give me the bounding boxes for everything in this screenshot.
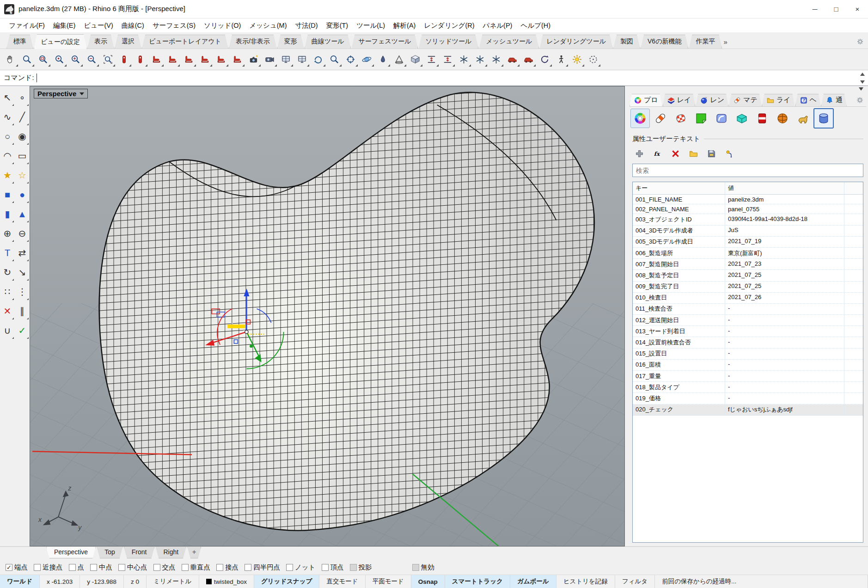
checkbox-icon[interactable] [118,564,125,571]
undo-view-icon[interactable] [537,51,553,67]
status-segment[interactable]: x -61.203 [40,575,80,588]
tab-help[interactable]: ヘ [795,94,821,106]
status-segment[interactable]: ヒストリを記録 [556,575,615,588]
toolbar-group-tab[interactable]: 選択 [115,35,141,49]
isocurve-box-icon[interactable] [732,109,752,128]
cylinder-tool[interactable]: ▮ [0,204,15,224]
toolbar-group-tab[interactable]: V6の新機能 [641,35,688,49]
zoom-in-icon[interactable] [67,51,84,67]
save-attributes-button[interactable] [705,148,717,159]
vehicle-2-icon[interactable] [520,51,537,67]
view-front-chair-icon[interactable] [213,51,229,67]
material-tube-icon[interactable] [651,109,670,128]
scale-tool[interactable]: ↘ [15,263,30,282]
toolbar-group-tab[interactable]: 作業平 [689,35,722,49]
table-row[interactable]: 006_製造場所 東京(新富町) [633,248,863,259]
tab-rendering[interactable]: レン [696,94,728,106]
menu-item[interactable]: ファイル(F) [5,20,49,31]
object-properties-icon[interactable] [630,109,650,128]
toolbar-group-tab[interactable]: サーフェスツール [351,35,418,49]
menu-item[interactable]: レンダリング(R) [420,20,478,31]
table-row[interactable]: 017_重量 - [633,371,863,382]
walkabout-icon[interactable] [553,51,569,67]
panel-gear-icon[interactable] [856,96,864,104]
osnap-checkbox[interactable]: 接点 [216,563,238,572]
plumb-camera-icon[interactable] [375,51,391,67]
toolbar-group-tab[interactable]: レンダリングツール [539,35,613,49]
animal-icon[interactable] [793,109,813,128]
zoom-lens-icon[interactable] [326,51,342,67]
osnap-checkbox[interactable]: 投影 [350,563,372,572]
view-right-chair-icon[interactable] [197,51,213,67]
table-row[interactable]: 012_運送開始日 - [633,315,863,326]
attribute-user-text-icon[interactable] [813,108,834,129]
sun-icon[interactable] [569,51,585,67]
table-row[interactable]: 016_面積 - [633,360,863,371]
notes-book-icon[interactable] [752,109,772,128]
menu-item[interactable]: サーフェス(S) [148,20,200,31]
tab-notifications[interactable]: 通 [821,94,847,106]
rotate-view-icon[interactable] [310,51,326,67]
viewport-layout-2-icon[interactable] [294,51,310,67]
status-segment[interactable]: 前回の保存からの経過時... [655,575,868,588]
trim-tool[interactable]: ✕ [0,301,15,321]
search-input[interactable] [632,164,863,177]
boolean-difference-tool[interactable]: ⊖ [15,224,30,243]
import-attributes-button[interactable] [687,148,699,159]
zoom-extents-icon[interactable] [100,51,116,67]
table-row[interactable]: 018_製品タイプ - [633,382,863,393]
checkbox-icon[interactable] [322,564,329,571]
column-header-key[interactable]: キー [633,182,725,194]
vehicle-icon[interactable] [504,51,520,67]
menu-item[interactable]: 解析(A) [389,20,420,31]
toolbar-group-tab[interactable]: 表示/非表示 [229,35,277,49]
check-tool[interactable]: ✓ [15,321,30,340]
osnap-checkbox[interactable]: 頂点 [322,563,344,572]
menu-item[interactable]: ツール(L) [352,20,389,31]
menu-item[interactable]: 曲線(C) [117,20,148,31]
status-segment[interactable]: 直交モード [319,575,365,588]
select-arrow-tool[interactable]: ↖ [0,88,15,107]
tab-properties[interactable]: プロ [630,94,662,106]
table-row[interactable]: 004_3Dモデル作成者 JuS [633,226,863,237]
zoom-out-icon[interactable] [84,51,100,67]
add-attribute-button[interactable] [633,148,645,159]
toolbar-group-tab[interactable]: 製図 [613,35,640,49]
toolbar-group-tab[interactable]: 曲線ツール [305,35,351,49]
table-row[interactable]: 007_製造開始日 2021_07_23 [633,259,863,270]
move-tool[interactable]: ⇄ [15,243,30,263]
view-left-chair-icon[interactable] [181,51,197,67]
rectangle-tool[interactable]: ▭ [15,146,30,165]
orbit-view-icon[interactable] [359,51,375,67]
checkbox-icon[interactable] [286,564,293,571]
checkbox-icon[interactable] [90,564,97,571]
zoom-window-icon[interactable] [35,51,51,67]
menu-item[interactable]: 寸法(D) [291,20,322,31]
command-line[interactable]: コマンド: [0,70,868,86]
tab-layers[interactable]: レイ [663,94,696,106]
status-segment[interactable]: 平面モード [366,575,411,588]
ball-icon[interactable] [773,109,792,128]
table-row[interactable]: 003_オブジェクトID 0390f4c1-99a1-4039-8d2d-18 [633,214,863,225]
arc-tool[interactable]: ◠ [0,146,15,165]
table-row[interactable]: 010_検査日 2021_07_26 [633,293,863,304]
toolbar-group-tab[interactable]: ビューポートレイアウト [142,35,228,49]
menu-item[interactable]: ソリッド(O) [200,20,245,31]
checkbox-icon[interactable] [6,564,12,571]
rotate-tool[interactable]: ↻ [0,263,15,282]
osnap-checkbox[interactable]: 端点 [6,563,28,572]
split-tool[interactable]: ∥ [15,301,30,321]
osnap-checkbox[interactable]: 四半円点 [245,563,280,572]
solid-sphere-tool[interactable]: ● [15,185,30,204]
boolean-union-tool[interactable]: ⊕ [0,224,15,243]
table-row[interactable]: 020_チェック fじゃおいsぢjふぁあsdjf [633,404,863,416]
table-row[interactable]: 005_3Dモデル作成日 2021_07_19 [633,237,863,248]
polyline-tool[interactable]: ╱ [15,107,30,127]
menu-item[interactable]: 変形(T) [322,20,353,31]
command-history-spinner[interactable] [859,72,866,85]
panel-menu-arrow-icon[interactable] [859,87,863,91]
spark-tool[interactable]: ☆ [15,165,30,185]
add-viewport-tab-button[interactable]: + [187,547,201,558]
viewport-layout-icon[interactable] [278,51,294,67]
circle-tool[interactable]: ○ [0,127,15,146]
